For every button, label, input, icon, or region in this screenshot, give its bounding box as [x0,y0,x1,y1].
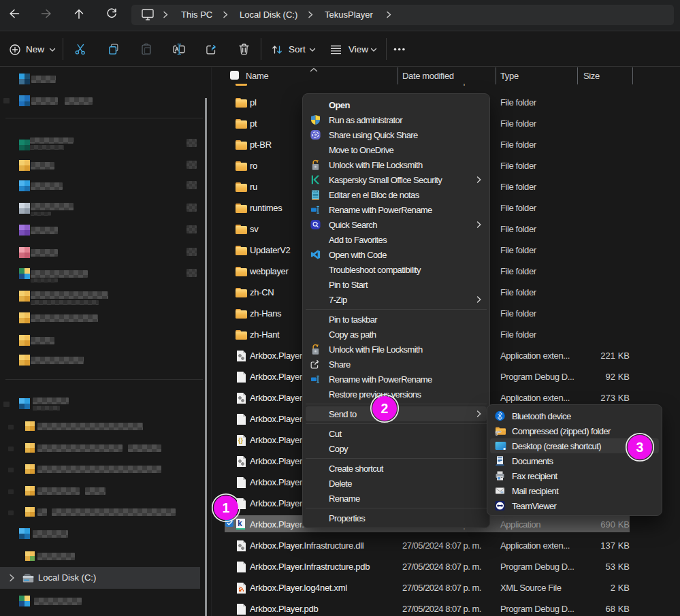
svg-text:2: 2 [381,401,388,416]
svg-text:3: 3 [636,439,644,454]
svg-text:1: 1 [222,500,229,515]
